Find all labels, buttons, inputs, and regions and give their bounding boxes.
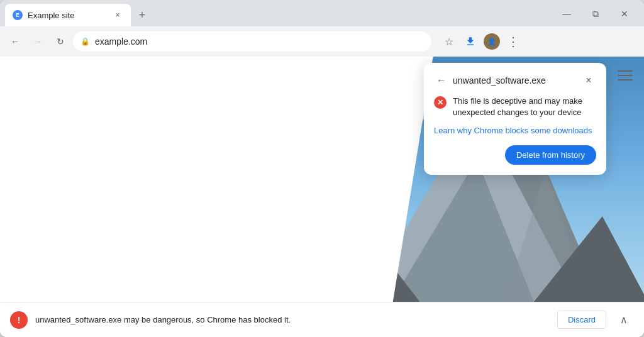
popup-warning: ✕ This file is deceptive and may make un… (434, 96, 596, 118)
maximize-button[interactable]: ⧉ (581, 4, 610, 24)
hamburger-line-1 (618, 70, 633, 72)
discard-button[interactable]: Discard (557, 311, 606, 329)
popup-back-button[interactable]: ← (434, 73, 449, 88)
expand-button[interactable]: ∧ (614, 310, 634, 330)
back-button[interactable]: ← (5, 31, 25, 52)
download-popup: ← unwanted_software.exe × ✕ This file is… (424, 63, 606, 175)
minimize-button[interactable]: — (552, 4, 581, 24)
popup-header: ← unwanted_software.exe × (434, 73, 596, 88)
reload-button[interactable]: ↻ (50, 31, 70, 52)
tab-title: Example site (28, 11, 107, 20)
tab-bar: E Example site × + — ⧉ ✕ (0, 0, 644, 26)
hamburger-line-2 (618, 75, 633, 76)
side-menu-button[interactable] (613, 63, 638, 88)
warning-text: This file is deceptive and may make unex… (453, 96, 596, 118)
address-bar-row: ← → ↻ 🔒 example.com ☆ 👤 ⋮ (0, 26, 644, 57)
page-content: ← unwanted_software.exe × ✕ This file is… (0, 57, 644, 302)
hamburger-line-3 (618, 79, 633, 80)
user-avatar: 👤 (484, 33, 500, 50)
download-bar-warning-icon: ! (10, 311, 28, 329)
browser-tab[interactable]: E Example site × (5, 4, 131, 26)
download-bar-text: unwanted_software.exe may be dangerous, … (35, 315, 550, 324)
download-icon (465, 36, 476, 47)
address-bar[interactable]: 🔒 example.com (73, 31, 431, 52)
warning-icon: ✕ (434, 96, 447, 109)
toolbar-icons: ☆ 👤 ⋮ (439, 31, 523, 52)
close-button[interactable]: ✕ (610, 4, 639, 24)
download-bar: ! unwanted_software.exe may be dangerous… (0, 302, 644, 337)
more-menu-button[interactable]: ⋮ (503, 31, 523, 52)
avatar[interactable]: 👤 (482, 31, 502, 52)
learn-more-link[interactable]: Learn why Chrome blocks some downloads (434, 126, 596, 135)
url-text: example.com (95, 36, 424, 47)
lock-icon: 🔒 (80, 37, 90, 46)
forward-button[interactable]: → (28, 31, 48, 52)
bookmark-button[interactable]: ☆ (439, 31, 459, 52)
page-left (0, 57, 335, 302)
new-tab-button[interactable]: + (133, 6, 151, 24)
tab-favicon: E (13, 10, 23, 20)
tab-close-button[interactable]: × (112, 9, 123, 21)
delete-from-history-button[interactable]: Delete from history (505, 145, 596, 165)
popup-actions: Delete from history (434, 145, 596, 165)
popup-close-button[interactable]: × (581, 73, 596, 88)
window-controls: — ⧉ ✕ (552, 4, 639, 24)
download-button[interactable] (460, 31, 480, 52)
popup-filename: unwanted_software.exe (453, 75, 581, 86)
browser-window: E Example site × + — ⧉ ✕ ← → ↻ 🔒 example… (0, 0, 644, 337)
